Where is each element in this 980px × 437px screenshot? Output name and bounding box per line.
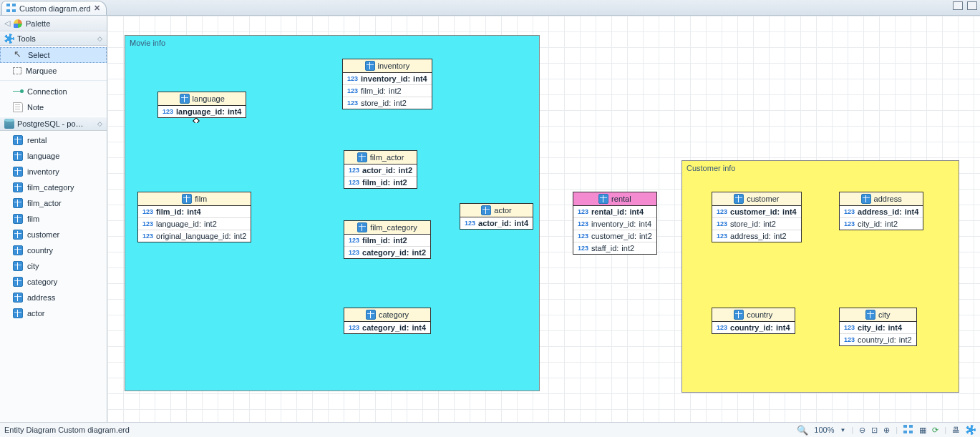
collapse-icon[interactable]: ◇	[97, 35, 102, 42]
entity-film_category[interactable]: film_category123film_id: int2123category…	[344, 220, 431, 259]
column-staff_id[interactable]: 123staff_id: int2	[573, 242, 656, 254]
section-postgresql[interactable]: PostgreSQL - post... ◇	[0, 117, 107, 131]
int-type-icon: 123	[349, 324, 359, 331]
column-category_id[interactable]: 123category_id: int4	[344, 322, 430, 333]
chevron-down-icon[interactable]: ▼	[840, 427, 846, 433]
column-address_id[interactable]: 123address_id: int2	[712, 230, 801, 242]
entity-header[interactable]: language	[158, 92, 246, 106]
entity-customer[interactable]: customer123customer_id: int4123store_id:…	[712, 192, 802, 242]
layout-icon[interactable]	[903, 425, 913, 435]
table-icon	[13, 293, 23, 303]
column-address_id[interactable]: 123address_id: int4	[840, 206, 923, 218]
tab-custom-diagram[interactable]: Custom diagram.erd ✕	[1, 1, 107, 15]
entity-header[interactable]: rental	[573, 192, 656, 206]
tool-select[interactable]: Select	[0, 47, 107, 63]
entity-header[interactable]: customer	[712, 192, 801, 206]
column-film_id[interactable]: 123film_id: int4	[138, 206, 251, 218]
column-inventory_id[interactable]: 123inventory_id: int4	[343, 73, 432, 85]
entity-header[interactable]: category	[344, 308, 430, 322]
entity-header[interactable]: inventory	[343, 59, 432, 73]
column-actor_id[interactable]: 123actor_id: int2	[344, 165, 417, 177]
column-inventory_id[interactable]: 123inventory_id: int4	[573, 218, 656, 230]
column-city_id[interactable]: 123city_id: int4	[840, 322, 916, 334]
entity-film[interactable]: film123film_id: int4123language_id: int2…	[137, 192, 251, 242]
column-customer_id[interactable]: 123customer_id: int2	[573, 230, 656, 242]
entity-header[interactable]: actor	[460, 204, 533, 217]
collapse-icon[interactable]: ◇	[97, 120, 102, 127]
entity-header[interactable]: film	[138, 192, 251, 206]
table-icon	[357, 152, 367, 162]
column-original_language_id[interactable]: 123original_language_id: int2	[138, 230, 251, 242]
int-type-icon: 123	[349, 179, 359, 186]
zoom-tool-icon[interactable]: 🔍	[797, 425, 808, 436]
table-icon	[865, 310, 875, 320]
column-store_id[interactable]: 123store_id: int2	[343, 97, 432, 109]
tool-marquee[interactable]: Marquee	[0, 63, 107, 79]
palette-title: Palette	[26, 19, 50, 28]
entity-language[interactable]: language123language_id: int4	[157, 92, 246, 118]
diagram-canvas[interactable]: Movie info Customer info	[107, 16, 980, 422]
column-country_id[interactable]: 123country_id: int2	[840, 334, 916, 345]
column-store_id[interactable]: 123store_id: int2	[712, 218, 801, 230]
column-city_id[interactable]: 123city_id: int2	[840, 218, 923, 230]
int-type-icon: 123	[347, 75, 358, 82]
entity-header[interactable]: film_actor	[344, 151, 417, 165]
back-icon[interactable]: ◁	[4, 19, 10, 28]
palette-table-rental[interactable]: rental	[0, 132, 107, 148]
column-film_id[interactable]: 123film_id: int2	[344, 177, 417, 188]
settings-icon[interactable]	[966, 425, 976, 435]
maximize-button[interactable]	[967, 1, 977, 10]
entity-address[interactable]: address123address_id: int4123city_id: in…	[839, 192, 923, 230]
refresh-icon[interactable]: ⟳	[932, 426, 938, 435]
palette-table-category[interactable]: category	[0, 274, 107, 290]
entity-header[interactable]: city	[840, 308, 916, 322]
palette-table-country[interactable]: country	[0, 242, 107, 258]
entity-film_actor[interactable]: film_actor123actor_id: int2123film_id: i…	[344, 150, 417, 189]
export-icon[interactable]: 🖶	[952, 426, 960, 434]
column-film_id[interactable]: 123film_id: int2	[344, 235, 430, 247]
section-tools[interactable]: Tools ◇	[0, 31, 107, 46]
palette-table-customer[interactable]: customer	[0, 227, 107, 242]
tool-connection[interactable]: Connection	[0, 84, 107, 99]
section-db-label: PostgreSQL - post...	[17, 119, 86, 128]
column-language_id[interactable]: 123language_id: int4	[158, 106, 246, 117]
entity-category[interactable]: category123category_id: int4	[344, 308, 431, 334]
entity-country[interactable]: country123country_id: int4	[712, 308, 795, 334]
column-customer_id[interactable]: 123customer_id: int4	[712, 206, 801, 218]
palette-table-film[interactable]: film	[0, 211, 107, 227]
entity-rental[interactable]: rental123rental_id: int4123inventory_id:…	[573, 192, 657, 255]
minimize-button[interactable]	[953, 1, 963, 10]
entity-city[interactable]: city123city_id: int4123country_id: int2	[839, 308, 917, 346]
palette-table-language[interactable]: language	[0, 148, 107, 164]
table-icon	[598, 194, 608, 204]
palette-table-actor[interactable]: actor	[0, 305, 107, 321]
column-country_id[interactable]: 123country_id: int4	[712, 322, 795, 333]
column-actor_id[interactable]: 123actor_id: int4	[460, 217, 533, 229]
palette-table-city[interactable]: city	[0, 258, 107, 274]
palette-header[interactable]: ◁ Palette	[0, 16, 107, 31]
table-icon	[734, 194, 744, 204]
tool-note[interactable]: Note	[0, 99, 107, 115]
column-category_id[interactable]: 123category_id: int2	[344, 247, 430, 258]
entity-actor[interactable]: actor123actor_id: int4	[460, 203, 533, 230]
zoom-out-button[interactable]: ⊖	[859, 426, 865, 435]
zoom-fit-button[interactable]: ⊡	[871, 426, 878, 435]
column-rental_id[interactable]: 123rental_id: int4	[573, 206, 656, 218]
table-icon	[13, 182, 23, 192]
palette-table-film_actor[interactable]: film_actor	[0, 195, 107, 211]
palette-table-inventory[interactable]: inventory	[0, 164, 107, 180]
grid-icon[interactable]: ▦	[919, 426, 926, 435]
entity-header[interactable]: country	[712, 308, 795, 322]
zoom-level[interactable]: 100%	[814, 426, 834, 434]
palette-table-film_category[interactable]: film_category	[0, 180, 107, 195]
close-icon[interactable]: ✕	[94, 4, 100, 13]
column-film_id[interactable]: 123film_id: int2	[343, 85, 432, 97]
palette-table-address[interactable]: address	[0, 290, 107, 305]
column-language_id[interactable]: 123language_id: int2	[138, 218, 251, 230]
entity-header[interactable]: film_category	[344, 221, 430, 235]
entity-header[interactable]: address	[840, 192, 923, 206]
entity-inventory[interactable]: inventory123inventory_id: int4123film_id…	[342, 59, 432, 109]
zoom-in-button[interactable]: ⊕	[883, 426, 890, 435]
int-type-icon: 123	[347, 87, 358, 94]
status-bar: Entity Diagram Custom diagram.erd 🔍 100%…	[0, 422, 980, 437]
